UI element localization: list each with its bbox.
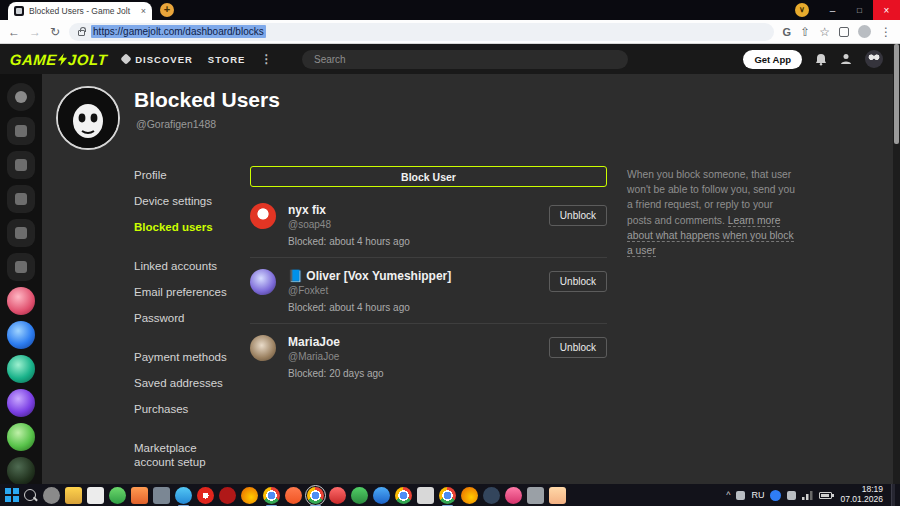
user-avatar[interactable]	[865, 50, 883, 68]
unblock-button[interactable]: Unblock	[549, 337, 607, 358]
taskbar-app-icon[interactable]	[461, 487, 478, 504]
sidebar-community-avatar[interactable]	[7, 389, 35, 417]
taskbar-app-icon[interactable]	[241, 487, 258, 504]
page-scrollbar[interactable]	[893, 44, 900, 484]
window-controls: ∨ – □ ×	[795, 0, 900, 20]
taskbar-app-icon[interactable]	[549, 487, 566, 504]
sidebar-community-avatar[interactable]	[7, 287, 35, 315]
sidebar-community-avatar[interactable]	[7, 355, 35, 383]
back-icon[interactable]: ←	[8, 26, 20, 38]
nav-discover[interactable]: DISCOVER	[122, 54, 193, 65]
taskbar-app-icon[interactable]	[395, 487, 412, 504]
taskbar-app-icon[interactable]	[131, 487, 148, 504]
page-title: Blocked Users	[134, 88, 280, 112]
taskbar-clock[interactable]: 18:19 07.01.2026	[840, 485, 883, 505]
taskbar-app-icon[interactable]	[505, 487, 522, 504]
tray-app-icon[interactable]	[787, 491, 796, 500]
address-bar[interactable]: https://gamejolt.com/dashboard/blocks	[69, 23, 774, 41]
menu-divider	[134, 337, 236, 350]
unblock-button[interactable]: Unblock	[549, 205, 607, 226]
menu-item-payment-methods[interactable]: Payment methods	[134, 350, 236, 364]
sidebar-profile-icon[interactable]	[7, 83, 35, 111]
battery-icon[interactable]	[819, 492, 832, 499]
sidebar-home-icon[interactable]	[7, 117, 35, 145]
profile-avatar[interactable]	[56, 86, 120, 150]
taskbar-app-icon[interactable]	[175, 487, 192, 504]
browser-profile-avatar[interactable]	[858, 25, 871, 38]
taskbar-app-icon[interactable]	[153, 487, 170, 504]
taskbar-app-icon[interactable]	[373, 487, 390, 504]
menu-item-profile[interactable]: Profile	[134, 168, 236, 182]
sidebar-community-avatar[interactable]	[7, 321, 35, 349]
sidebar-store-icon[interactable]	[7, 151, 35, 179]
taskbar-app-icon[interactable]	[439, 487, 456, 504]
browser-update-icon[interactable]: ∨	[795, 3, 809, 17]
taskbar-app-icon[interactable]	[285, 487, 302, 504]
menu-item-saved-addresses[interactable]: Saved addresses	[134, 376, 236, 390]
menu-item-marketplace-account-setup[interactable]: Marketplace account setup	[134, 441, 236, 469]
taskbar-app-icon[interactable]	[351, 487, 368, 504]
get-app-button[interactable]: Get App	[743, 50, 802, 69]
tray-expand-icon[interactable]: ^	[726, 490, 730, 500]
taskbar-search-icon[interactable]	[24, 489, 36, 501]
tray-app-icon[interactable]	[736, 491, 745, 500]
browser-tab[interactable]: Blocked Users - Game Jolt ×	[8, 2, 152, 20]
start-button-icon[interactable]	[5, 488, 19, 502]
tab-close-icon[interactable]: ×	[141, 6, 146, 16]
reload-icon[interactable]: ↻	[50, 26, 60, 38]
bell-icon[interactable]	[815, 53, 827, 66]
url-text[interactable]: https://gamejolt.com/dashboard/blocks	[91, 25, 266, 38]
window-maximize-button[interactable]: □	[846, 0, 873, 20]
unblock-button[interactable]: Unblock	[549, 271, 607, 292]
nav-store[interactable]: STORE	[208, 54, 246, 65]
gamejolt-logo[interactable]: GAME JOLT	[9, 51, 107, 68]
menu-item-email-preferences[interactable]: Email preferences	[134, 285, 236, 299]
menu-item-password[interactable]: Password	[134, 311, 236, 325]
window-minimize-button[interactable]: –	[819, 0, 846, 20]
network-icon[interactable]	[802, 491, 813, 500]
taskbar-app-icon[interactable]	[219, 487, 236, 504]
forward-icon[interactable]: →	[29, 26, 41, 38]
menu-item-blocked-users[interactable]: Blocked users	[134, 220, 236, 234]
sidebar-messages-icon[interactable]	[7, 219, 35, 247]
taskbar-app-icon[interactable]	[483, 487, 500, 504]
taskbar-app-icon[interactable]	[43, 487, 60, 504]
scrollbar-thumb[interactable]	[894, 44, 899, 144]
search-input[interactable]	[302, 50, 628, 69]
menu-divider	[134, 246, 236, 259]
window-close-button[interactable]: ×	[873, 0, 900, 20]
blocked-user-avatar[interactable]	[250, 269, 276, 295]
browser-menu-icon[interactable]: ⋮	[880, 26, 892, 38]
store-label: STORE	[208, 54, 246, 65]
taskbar-app-icon[interactable]	[197, 487, 214, 504]
language-indicator[interactable]: RU	[751, 490, 764, 500]
sidebar-community-avatar[interactable]	[7, 457, 35, 485]
taskbar-app-icon[interactable]	[109, 487, 126, 504]
taskbar-app-icon[interactable]	[329, 487, 346, 504]
blocked-user-avatar[interactable]	[250, 203, 276, 229]
share-icon[interactable]: ⇧	[800, 26, 810, 38]
blocked-user-avatar[interactable]	[250, 335, 276, 361]
mask-avatar-image	[58, 88, 118, 148]
taskbar-app-icon[interactable]	[417, 487, 434, 504]
taskbar-app-icon[interactable]	[527, 487, 544, 504]
taskbar-app-icon[interactable]	[87, 487, 104, 504]
taskbar-app-icon[interactable]	[263, 487, 280, 504]
menu-item-purchases[interactable]: Purchases	[134, 402, 236, 416]
show-desktop-strip[interactable]	[891, 484, 895, 506]
new-tab-button[interactable]: +	[160, 3, 174, 17]
sidebar-library-icon[interactable]	[7, 185, 35, 213]
google-icon[interactable]: G	[783, 26, 792, 38]
sidebar-charts-icon[interactable]	[7, 253, 35, 281]
menu-item-device-settings[interactable]: Device settings	[134, 194, 236, 208]
menu-item-linked-accounts[interactable]: Linked accounts	[134, 259, 236, 273]
taskbar-app-icon-active[interactable]	[307, 487, 324, 504]
friends-icon[interactable]	[840, 53, 852, 65]
nav-more-icon[interactable]: ⋮	[260, 52, 272, 66]
bookmark-star-icon[interactable]: ☆	[819, 26, 830, 38]
notification-badge[interactable]	[770, 490, 781, 501]
block-user-button[interactable]: Block User	[250, 166, 607, 187]
extensions-icon[interactable]	[839, 27, 849, 37]
taskbar-app-icon[interactable]	[65, 487, 82, 504]
sidebar-community-avatar[interactable]	[7, 423, 35, 451]
